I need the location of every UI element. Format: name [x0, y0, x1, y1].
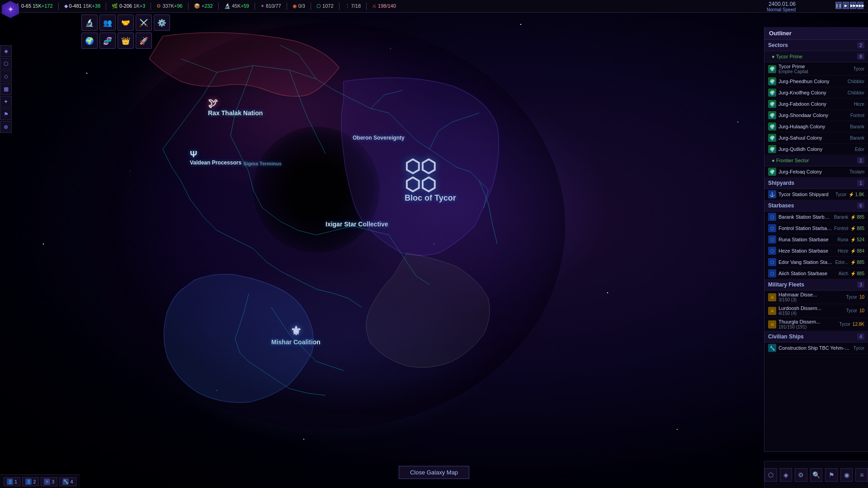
- toolbar-pop[interactable]: 👥: [99, 14, 116, 31]
- faster-btn[interactable]: ▶▶▶: [857, 2, 863, 9]
- starbase-edor-vang[interactable]: ⬡ Edor Vang Station Starbase Edor... ⚡88…: [764, 257, 868, 268]
- left-icon-5[interactable]: ✦: [0, 96, 12, 108]
- colony-info: Jurg-Hulaagh Colony: [778, 124, 848, 129]
- subsection-frontier[interactable]: ● Frontier Sector 1: [764, 155, 868, 166]
- colony-jurg-shondaar[interactable]: 🌍 Jurg-Shondaar Colony Fontrol: [764, 110, 868, 121]
- colony-loc: Chibblor: [848, 79, 864, 84]
- toolbar-leaders[interactable]: 👑: [118, 33, 134, 49]
- colony-jurg-hulaagh[interactable]: 🌍 Jurg-Hulaagh Colony Barank: [764, 121, 868, 132]
- left-icon-7[interactable]: ⊕: [0, 121, 12, 133]
- toolbar-species[interactable]: 🧬: [99, 33, 116, 49]
- toolbar-row1: 🔬 👥 🤝 ⚔️ ⚙️: [81, 14, 170, 31]
- speed-btn-4[interactable]: 🔧 4: [59, 477, 76, 486]
- starbase-value: ⚡524: [850, 237, 864, 242]
- empire-icon[interactable]: ✦: [2, 1, 20, 19]
- colony-info: Jurg-Shondaar Colony: [778, 113, 848, 118]
- colony-jurg-feloaq[interactable]: 🌍 Jurg-Feloaq Colony Tirolam: [764, 166, 868, 178]
- colony-loc: Edor: [855, 147, 864, 152]
- section-sectors[interactable]: Sectors 2: [764, 40, 868, 51]
- colony-info: Jurg-Fabdoon Colony: [778, 101, 852, 107]
- date-display: 2400.01.06 Normal Speed: [767, 1, 796, 12]
- starbase-aiich[interactable]: ⬡ Aiich Station Starbase Aiich ⚡885: [764, 268, 868, 279]
- colony-loc: Fontrol: [850, 113, 864, 118]
- shipyard-info: Tycor Station Shipyard: [778, 192, 833, 197]
- toolbar-military[interactable]: ⚔️: [136, 14, 152, 31]
- map-mode-2[interactable]: ◈: [780, 468, 793, 482]
- starbase-heze[interactable]: ⬡ Heze Station Starbase Heze ⚡884: [764, 245, 868, 257]
- section-starbases[interactable]: Starbases 6: [764, 200, 868, 211]
- colony-jurg-fabdoon[interactable]: 🌍 Jurg-Fabdoon Colony Heze: [764, 99, 868, 110]
- starbase-info: Barank Station Starbase: [778, 214, 832, 220]
- map-expand[interactable]: ≡: [855, 468, 868, 482]
- map-mode-6[interactable]: ◉: [840, 468, 853, 482]
- starbase-value: ⚡885: [850, 226, 864, 231]
- toolbar-ships[interactable]: 🚀: [136, 33, 152, 49]
- fleet-info: Hahmaar Disse... 3/150 (3): [778, 292, 844, 302]
- fleet-loc: Tycor: [839, 322, 850, 327]
- colony-jurg-sahuul[interactable]: 🌍 Jurg-Sahuul Colony Barank: [764, 132, 868, 144]
- starbase-fontrol[interactable]: ⬡ Fontrol Station Starbase Fontrol ⚡885: [764, 223, 868, 234]
- colony-icon: 🌍: [768, 134, 776, 142]
- military-count: 3: [857, 282, 864, 288]
- toolbar-row2: 🌍 🧬 👑 🚀: [81, 33, 152, 49]
- starbase-barank[interactable]: ⬡ Barank Station Starbase Barank ⚡885: [764, 211, 868, 223]
- section-shipyards[interactable]: Shipyards 1: [764, 178, 868, 189]
- speed-icon-1: 👤: [7, 479, 13, 485]
- section-military[interactable]: Military Fleets 3: [764, 279, 868, 291]
- speed-btn-1[interactable]: 👤 1: [4, 477, 20, 486]
- starbase-loc: Edor...: [835, 260, 848, 265]
- colony-info: Jurg-Sahuul Colony: [778, 135, 848, 141]
- fleet-hahmaar[interactable]: ⚔ Hahmaar Disse... 3/150 (3) Tycor 10: [764, 291, 868, 304]
- shipyard-tycor[interactable]: ⚓ Tycor Station Shipyard Tycor ⚡1.8K: [764, 189, 868, 200]
- starbase-info: Fontrol Station Starbase: [778, 225, 832, 231]
- map-mode-4[interactable]: 🔍: [810, 468, 823, 482]
- fleet-lurdoosh[interactable]: ⚔ Lurdoosh Dissem... 4/150 (4) Tycor 10: [764, 304, 868, 318]
- fleet-thuurgla[interactable]: ⚔ Thuurgla Dissem... 191/150 (191) Tycor…: [764, 318, 868, 331]
- shipyard-value: ⚡1.8K: [849, 192, 864, 197]
- sectors-label: Sectors: [768, 42, 788, 48]
- starbase-runa[interactable]: ⬡ Runa Station Starbase Runa ⚡524: [764, 234, 868, 245]
- speed-btn-2[interactable]: 👤 2: [22, 477, 39, 486]
- empire-hex: ✦: [2, 1, 19, 18]
- hud-minerals: ◆ 0-481 15K+38: [62, 3, 103, 9]
- hud-unity: ✦ 810/77: [259, 3, 283, 9]
- hud-food: 🌿 0-206 1K+3: [110, 3, 147, 9]
- pause-btn[interactable]: ❙❙: [835, 2, 842, 9]
- colony-tycor-prime[interactable]: 🌍 Tycor Prime Empire Capital Tycor: [764, 62, 868, 76]
- speed-icon-4: 🔧: [62, 479, 69, 485]
- speed-btn-3[interactable]: ⚛ 3: [41, 477, 57, 486]
- toolbar-research[interactable]: 🔬: [81, 14, 98, 31]
- play-btn[interactable]: ▶: [843, 2, 849, 9]
- close-map-button[interactable]: Close Galaxy Map: [399, 466, 469, 479]
- civ-construction[interactable]: 🔧 Construction Ship TBC Yehm-Gilavd Tyco…: [764, 343, 868, 354]
- colony-info: Jurg-Pheedhun Colony: [778, 79, 845, 84]
- map-mode-1[interactable]: ⬡: [764, 468, 777, 482]
- colony-jurg-qutlidh[interactable]: 🌍 Jurg-Qutlidh Colony Edor: [764, 144, 868, 155]
- map-mode-3[interactable]: ⚙: [795, 468, 807, 482]
- starbase-value: ⚡885: [850, 271, 864, 276]
- left-icon-3[interactable]: ◇: [0, 70, 12, 82]
- starbases-label: Starbases: [768, 202, 794, 209]
- toolbar-policies[interactable]: ⚙️: [154, 14, 170, 31]
- map-mode-5[interactable]: ⚑: [825, 468, 838, 482]
- colony-jurg-knolfheg[interactable]: 🌍 Jurg-Knolfheg Colony Chibblor: [764, 87, 868, 99]
- bottom-toolbar: 👤 1 👤 2 ⚛ 3 🔧 4: [0, 474, 80, 488]
- left-icon-6[interactable]: ⚑: [0, 108, 12, 120]
- toolbar-diplomacy[interactable]: 🤝: [118, 14, 134, 31]
- colony-info: Jurg-Qutlidh Colony: [778, 146, 853, 152]
- left-icon-2[interactable]: ⬡: [0, 58, 12, 70]
- subsection-tycor[interactable]: ● Tycor Prime 8: [764, 51, 868, 62]
- pause-controls[interactable]: ❙❙ ▶ ▶▶ ▶▶▶: [835, 2, 863, 9]
- section-civilian[interactable]: Civilian Ships 4: [764, 331, 868, 343]
- left-icon-4[interactable]: ▦: [0, 83, 12, 95]
- civ-icon: 🔧: [768, 344, 776, 352]
- fast-btn[interactable]: ▶▶: [850, 2, 856, 9]
- colony-loc: Barank: [850, 124, 864, 129]
- colony-info: Jurg-Feloaq Colony: [778, 169, 847, 174]
- left-icon-1[interactable]: ◈: [0, 45, 12, 57]
- starbase-value: ⚡884: [850, 249, 864, 253]
- toolbar-planets[interactable]: 🌍: [81, 33, 98, 49]
- bottom-right-controls: ⬡ ◈ ⚙ 🔍 ⚑ ◉ ≡: [764, 461, 868, 488]
- colony-jurg-pheedhun[interactable]: 🌍 Jurg-Pheedhun Colony Chibblor: [764, 76, 868, 87]
- colony-icon: 🌍: [768, 145, 776, 153]
